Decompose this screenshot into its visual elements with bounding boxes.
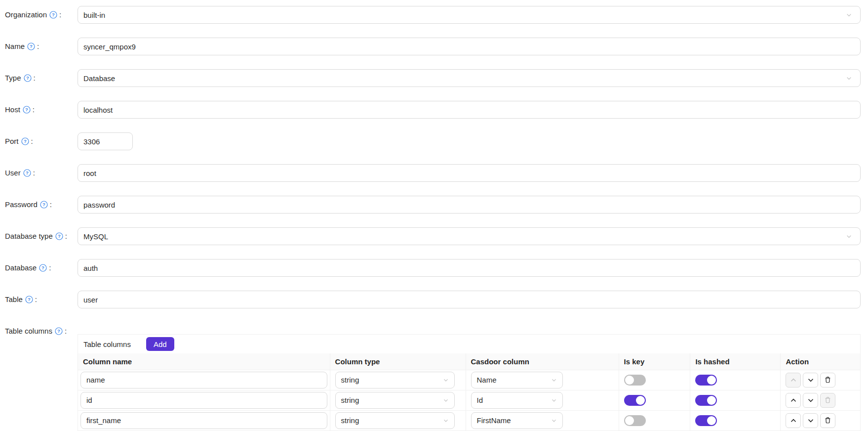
chevron-down-icon [807,397,814,404]
organization-select[interactable]: built-in [78,6,861,24]
field-label-text: User [5,164,21,182]
trash-icon [824,396,831,404]
help-icon[interactable]: ? [25,296,33,303]
toggle-knob [625,376,634,385]
move-up-button[interactable] [786,393,801,408]
toggle-knob [707,376,716,385]
svg-text:?: ? [28,297,31,302]
move-down-button[interactable] [803,413,818,428]
toggle-knob [707,396,716,405]
is-hashed-toggle[interactable] [695,415,717,426]
host-input[interactable] [78,101,861,119]
table-columns-title-bar: Table columns Add [78,335,860,353]
database-type-select[interactable]: MySQL [78,227,861,245]
help-icon[interactable]: ? [55,232,63,240]
field-label: Database ? : [5,259,78,277]
help-icon[interactable]: ? [27,43,35,50]
help-icon[interactable]: ? [40,201,48,209]
delete-button[interactable] [820,393,835,408]
field-control: MySQL [78,227,861,245]
move-down-button[interactable] [803,373,818,388]
chevron-down-icon [443,377,449,383]
casdoor-column-select[interactable]: Id [471,392,563,409]
select-value: string [341,396,359,404]
type-select[interactable]: Database [78,69,861,87]
add-column-button[interactable]: Add [146,337,174,351]
select-value: built-in [83,11,105,19]
svg-text:?: ? [58,233,61,239]
table-input[interactable] [78,291,861,308]
svg-text:?: ? [26,170,29,175]
table-columns-panel: Table columns Add Column nameColumn type… [78,334,861,431]
is-key-toggle[interactable] [624,395,646,406]
chevron-down-icon [443,397,449,403]
label-colon: : [65,322,67,340]
field-label-text: Password [5,196,38,214]
chevron-up-icon [790,417,797,424]
column-type-select[interactable]: string [335,392,455,409]
field-label-text: Host [5,101,20,119]
is-key-toggle[interactable] [624,375,646,386]
field-label-text: Type [5,69,21,87]
help-icon[interactable]: ? [23,106,31,114]
form-row-database: Database ? : [5,259,861,277]
delete-button[interactable] [820,413,835,428]
column-name-input[interactable] [80,412,327,429]
label-colon: : [35,291,37,308]
help-icon[interactable]: ? [49,11,57,19]
table-header-row: Column nameColumn typeCasdoor columnIs k… [78,353,860,370]
field-control [78,291,861,308]
column-type-select[interactable]: string [335,372,455,388]
field-control [78,38,861,55]
move-down-button[interactable] [803,393,818,408]
help-icon[interactable]: ? [23,169,31,177]
select-value: string [341,416,359,425]
chevron-down-icon [846,233,852,240]
help-icon[interactable]: ? [24,74,32,82]
chevron-up-icon [790,377,797,384]
move-up-button[interactable] [786,373,801,388]
is-hashed-toggle[interactable] [695,375,717,386]
casdoor-column-select[interactable]: Name [471,372,563,388]
field-label-text: Table [5,291,23,308]
form-row-user: User ? : [5,164,861,182]
user-input[interactable] [78,164,861,182]
trash-icon [824,417,831,424]
row-actions [786,413,855,428]
svg-text:?: ? [26,75,29,81]
database-input[interactable] [78,259,861,277]
field-label-text: Organization [5,6,47,24]
row-actions [786,373,855,388]
select-value: MySQL [83,232,108,241]
is-hashed-toggle[interactable] [695,395,717,406]
toggle-knob [707,416,716,425]
move-up-button[interactable] [786,413,801,428]
field-label: Type ? : [5,69,78,87]
table-columns-title: Table columns [83,340,131,348]
table-row: string Name [78,370,860,390]
label-colon: : [33,164,35,182]
column-header-is-hashed: Is hashed [690,353,781,370]
port-input[interactable] [78,132,133,150]
field-control [78,259,861,277]
delete-button[interactable] [820,373,835,388]
toggle-knob [625,416,634,425]
form-row-table: Table ? : [5,291,861,308]
password-input[interactable] [78,196,861,214]
field-control: Database [78,69,861,87]
help-icon[interactable]: ? [55,327,63,335]
is-key-toggle[interactable] [624,415,646,426]
help-icon[interactable]: ? [39,264,47,272]
table-columns-table: Column nameColumn typeCasdoor columnIs k… [78,353,860,431]
column-name-input[interactable] [80,392,327,409]
help-icon[interactable]: ? [21,137,29,145]
name-input[interactable] [78,38,861,55]
row-actions [786,393,855,408]
field-label: Table ? : [5,291,78,308]
column-type-select[interactable]: string [335,412,455,429]
field-control [78,132,861,150]
casdoor-column-select[interactable]: FirstName [471,412,563,429]
svg-text:?: ? [25,107,28,112]
trash-icon [824,376,831,384]
column-name-input[interactable] [80,372,327,388]
